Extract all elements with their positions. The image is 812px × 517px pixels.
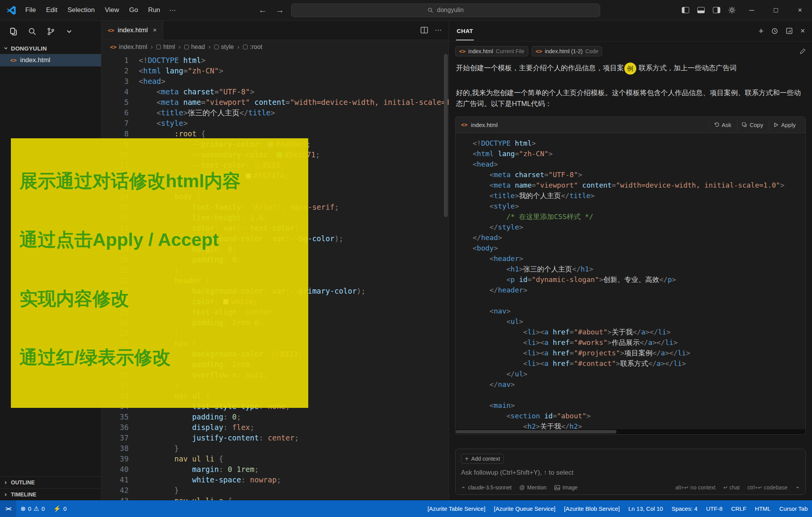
file-item-index-html[interactable]: <> index.html bbox=[0, 54, 101, 66]
status-item[interactable]: Cursor Tab bbox=[775, 500, 812, 517]
chat-history-icon[interactable] bbox=[771, 28, 778, 35]
code-line: <li><a href="#about">关于我</a></li> bbox=[463, 327, 805, 337]
explorer-root-folder[interactable]: DONGYULIN bbox=[0, 42, 101, 54]
toggle-panel-icon[interactable] bbox=[693, 0, 709, 21]
pill-label: index.html bbox=[468, 48, 493, 54]
toggle-secondary-sidebar-icon[interactable] bbox=[709, 0, 724, 21]
history-back-icon[interactable]: ← bbox=[257, 5, 269, 15]
editor-scrollbar[interactable] bbox=[444, 54, 448, 500]
status-item[interactable]: UTF-8 bbox=[702, 500, 727, 517]
breadcrumb-item[interactable]: <>index.html bbox=[110, 44, 147, 50]
history-forward-icon[interactable]: → bbox=[274, 5, 286, 15]
code-block-actions: Ask Copy Apply bbox=[709, 120, 800, 130]
chat-header: CHAT + × bbox=[449, 21, 812, 42]
apply-button[interactable]: Apply bbox=[769, 120, 800, 130]
close-chat-icon[interactable]: × bbox=[800, 26, 805, 35]
status-item[interactable]: Ln 13, Col 10 bbox=[624, 500, 667, 517]
code-line: <style> bbox=[463, 201, 805, 211]
remote-indicator-icon[interactable]: >< bbox=[0, 500, 16, 517]
code-line: </style> bbox=[463, 222, 805, 232]
tab-index-html[interactable]: <> index.html × bbox=[101, 21, 163, 40]
error-icon: ⊗ bbox=[21, 505, 26, 512]
tab-close-icon[interactable]: × bbox=[153, 26, 157, 34]
cursor-highlight-dot: 例 bbox=[624, 63, 636, 75]
breadcrumb-item[interactable]: html bbox=[156, 44, 175, 50]
menu-more-icon[interactable]: ⋯ bbox=[165, 4, 180, 17]
breadcrumb-item[interactable]: head bbox=[184, 44, 205, 50]
status-item[interactable]: Spaces: 4 bbox=[667, 500, 702, 517]
line-number: 36 bbox=[101, 422, 129, 433]
more-views-chevron-icon[interactable] bbox=[65, 28, 73, 35]
settings-gear-icon[interactable] bbox=[724, 0, 740, 21]
command-center-search[interactable]: dongyulin bbox=[291, 3, 600, 17]
code-line: <body> bbox=[463, 243, 805, 253]
menu-edit[interactable]: Edit bbox=[41, 4, 62, 16]
toggle-primary-sidebar-icon[interactable] bbox=[678, 0, 693, 21]
chat-tab-title[interactable]: CHAT bbox=[456, 21, 474, 40]
editor-more-actions-icon[interactable]: ⋯ bbox=[435, 26, 442, 34]
explorer-icon[interactable] bbox=[9, 27, 18, 36]
symbol-icon bbox=[156, 45, 161, 49]
add-context-button[interactable]: + Add context bbox=[461, 454, 504, 464]
mention-button[interactable]: @ Mention bbox=[519, 484, 547, 491]
image-label: Image bbox=[562, 484, 578, 491]
model-name: claude-3.5-sonnet bbox=[468, 484, 512, 491]
hint-codebase[interactable]: ctrl+↵ codebase bbox=[747, 484, 788, 491]
menu-run[interactable]: Run bbox=[143, 4, 165, 16]
status-bar: >< ⊗ 0 ⚠ 0 ⚡ 0 [Azurite Table Service][A… bbox=[0, 500, 812, 517]
ask-button[interactable]: Ask bbox=[709, 120, 735, 130]
model-selector[interactable]: claude-3.5-sonnet bbox=[461, 484, 512, 491]
chat-input-placeholder[interactable]: Ask followup (Ctrl+Shift+Y), ↑ to select bbox=[461, 469, 800, 477]
status-item[interactable]: [Azurite Queue Service] bbox=[490, 500, 560, 517]
ports-indicator[interactable]: ⚡ 0 bbox=[49, 500, 71, 517]
split-editor-icon[interactable] bbox=[421, 27, 428, 33]
status-item[interactable]: HTML bbox=[751, 500, 775, 517]
code-line: 3<head> bbox=[101, 76, 449, 87]
image-button[interactable]: Image bbox=[554, 484, 578, 491]
keyboard-hints: alt+↵ no context ↵ chat ctrl+↵ codebase bbox=[676, 484, 800, 491]
menu-bar: File Edit Selection View Go Run ⋯ bbox=[20, 4, 180, 17]
status-item[interactable]: [Azurite Blob Service] bbox=[560, 500, 624, 517]
window-minimize-button[interactable]: ─ bbox=[740, 0, 764, 21]
breadcrumb-item[interactable]: style bbox=[214, 44, 234, 50]
menu-file[interactable]: File bbox=[20, 4, 41, 16]
code-block-content[interactable]: <!DOCTYPE html><html lang="zh-CN"><head>… bbox=[456, 133, 805, 429]
code-line: 5 <meta name="viewport" content="width=d… bbox=[101, 97, 449, 108]
status-item[interactable]: [Azurite Table Service] bbox=[423, 500, 490, 517]
chat-input-box[interactable]: + Add context Ask followup (Ctrl+Shift+Y… bbox=[455, 449, 806, 495]
warning-icon: ⚠ bbox=[33, 505, 39, 512]
code-line: </header> bbox=[463, 285, 805, 295]
source-control-icon[interactable] bbox=[47, 27, 55, 36]
code-block-horizontal-scrollbar[interactable] bbox=[456, 429, 805, 434]
copy-button[interactable]: Copy bbox=[737, 120, 767, 130]
menu-view[interactable]: View bbox=[100, 4, 124, 16]
code-line: <li><a href="#works">作品展示</a></li> bbox=[463, 337, 805, 348]
code-line: <main> bbox=[463, 400, 805, 411]
code-line: 36 display: flex; bbox=[101, 422, 449, 433]
new-chat-plus-icon[interactable]: + bbox=[758, 26, 763, 36]
line-number: 4 bbox=[101, 87, 129, 97]
breadcrumb-item[interactable]: :root bbox=[243, 44, 262, 50]
window-maximize-button[interactable]: □ bbox=[764, 0, 788, 21]
problems-indicator[interactable]: ⊗ 0 ⚠ 0 bbox=[16, 500, 49, 517]
menu-go[interactable]: Go bbox=[124, 4, 143, 16]
context-pill-current-file[interactable]: <> index.html Current File bbox=[455, 46, 528, 56]
timeline-label: TIMELINE bbox=[11, 491, 36, 498]
window-close-button[interactable]: × bbox=[788, 0, 812, 21]
menu-selection[interactable]: Selection bbox=[63, 4, 100, 16]
context-pill-code-selection[interactable]: <> index.html (1-2) Code bbox=[532, 46, 602, 56]
timeline-section[interactable]: TIMELINE bbox=[0, 488, 101, 500]
html-file-icon: <> bbox=[110, 44, 117, 50]
edit-message-pencil-icon[interactable] bbox=[800, 48, 806, 54]
status-item[interactable]: CRLF bbox=[727, 500, 751, 517]
add-context-label: Add context bbox=[471, 456, 500, 462]
hint-chat[interactable]: ↵ chat bbox=[723, 484, 740, 491]
expand-chat-icon[interactable] bbox=[786, 28, 793, 34]
html-file-icon: <> bbox=[108, 27, 114, 33]
code-line: <h1>张三的个人主页</h1> bbox=[463, 264, 805, 274]
outline-section[interactable]: OUTLINE bbox=[0, 476, 101, 488]
code-line: <ul> bbox=[463, 316, 805, 327]
search-icon[interactable] bbox=[28, 27, 37, 36]
chat-panel: CHAT + × <> index.html Current File bbox=[449, 21, 812, 500]
line-number: 1 bbox=[101, 55, 129, 66]
